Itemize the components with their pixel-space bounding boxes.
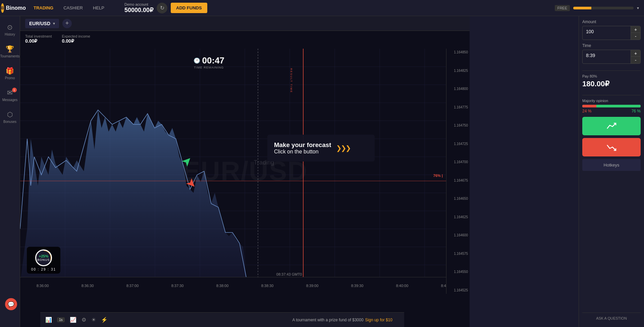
right-panel: Amount 100 + - Time 8:39 + - Pay 80% 180… [579, 16, 644, 327]
forecast-arrows-icon: ❯❯❯ [336, 144, 350, 152]
top-right: FREE ▾ [555, 5, 644, 11]
chart-toolbar: EUR/USD ▾ + [20, 16, 470, 31]
account-info: Demo account 50000.00₽ [124, 2, 153, 14]
nav-cashier[interactable]: CASHIER [63, 5, 83, 10]
y-label-10: 1.164600 [448, 233, 468, 237]
forecast-title: Make your forecast [274, 141, 331, 149]
nav-trading[interactable]: TRADING [34, 5, 53, 10]
y-label-3: 1.164775 [448, 105, 468, 109]
forecast-subtitle: Click on the button [274, 149, 331, 155]
x-label-5: 8:38:30 [261, 284, 274, 288]
majority-bar-red [596, 105, 641, 107]
x-axis: 8:36:00 8:36:30 8:37:00 8:37:30 8:38:00 … [20, 277, 470, 294]
add-pair-button[interactable]: + [62, 19, 72, 28]
panel-separator-2 [582, 95, 641, 95]
toolbar-tools-icon[interactable]: ⚡ [101, 317, 108, 323]
y-label-1: 1.164825 [448, 69, 468, 73]
promo-icon: 🎁 [6, 67, 14, 75]
bonus-label: BONUS [37, 258, 50, 262]
time-minus-button[interactable]: - [631, 57, 640, 63]
bonus-timer: 00 : 29 : 31 [31, 268, 56, 271]
x-label-4: 8:38:00 [216, 284, 229, 288]
up-chart-icon [606, 121, 616, 131]
chart-area: EUR/USD ▾ + Total investment 0.00₽ Expec… [20, 16, 470, 327]
banner-link[interactable]: Sign up for $10 [365, 318, 392, 322]
sidebar-item-messages[interactable]: ✉ Messages 1 [1, 85, 19, 105]
account-balance: 50000.00₽ [124, 6, 153, 14]
x-label-2: 8:37:00 [126, 284, 139, 288]
y-label-2: 1.164800 [448, 87, 468, 91]
toolbar-timeframe-badge[interactable]: 1s [57, 317, 65, 322]
majority-pcts: 24 % 76 % [582, 109, 641, 113]
amount-minus-button[interactable]: - [631, 33, 640, 40]
messages-badge: 1 [12, 88, 17, 92]
x-label-0: 8:36:00 [37, 284, 49, 288]
nav-links: TRADING CASHIER HELP [27, 5, 111, 10]
expected-income: Expected income 0.00₽ [62, 34, 90, 44]
tournaments-icon: 🏆 [6, 45, 14, 53]
y-label-8: 1.164650 [448, 197, 468, 200]
toolbar-line-icon[interactable]: 📈 [70, 317, 76, 323]
logo-text: Binomo [6, 5, 26, 11]
sidebar-item-label-promo: Promo [5, 76, 15, 80]
toolbar-indicators-icon[interactable]: ⚙ [82, 317, 86, 323]
bonus-value: +25% [37, 254, 50, 258]
chat-icon[interactable]: 💬 [5, 298, 17, 310]
bonus-circle: +25% BONUS [35, 249, 52, 266]
banner-text: A tournament with a prize fund of $3000 [292, 318, 363, 322]
chart-timestamp: 08:37:43 GMT0 [276, 272, 302, 276]
majority-label: Majority opinion [582, 99, 641, 103]
time-value-display: 8:39 [583, 50, 631, 63]
pay-label: Pay 80% [582, 74, 641, 78]
hotkeys-button[interactable]: Hotkeys [582, 159, 641, 171]
total-investment-value: 0.00₽ [25, 38, 52, 44]
chart-svg [20, 49, 470, 294]
add-funds-button[interactable]: ADD FUNDS [171, 3, 207, 13]
amount-value-display: 100 [583, 26, 631, 40]
sidebar: ⊙ History 🏆 Tournaments 🎁 Promo ✉ Messag… [0, 16, 20, 327]
y-label-7: 1.164675 [448, 179, 468, 182]
y-label-13: 1.164525 [448, 288, 468, 292]
refresh-button[interactable]: ↻ [157, 3, 167, 13]
sidebar-item-promo[interactable]: 🎁 Promo [1, 63, 19, 83]
ask-question-link[interactable]: ASK A QUESTION [582, 313, 641, 324]
x-label-8: 8:40:00 [396, 284, 409, 288]
top-nav: B Binomo TRADING CASHIER HELP Demo accou… [0, 0, 644, 16]
toolbar-chart-icon[interactable]: 📊 [45, 317, 52, 323]
y-label-0: 1.164850 [448, 50, 468, 54]
majority-bar-green [582, 105, 596, 107]
sidebar-item-label-history: History [5, 33, 15, 36]
y-label-11: 1.164575 [448, 252, 468, 255]
x-label-6: 8:39:00 [306, 284, 319, 288]
pair-selector[interactable]: EUR/USD ▾ [25, 19, 59, 28]
y-label-9: 1.164625 [448, 215, 468, 219]
profile-chevron-icon[interactable]: ▾ [637, 6, 639, 10]
sidebar-item-history[interactable]: ⊙ History [1, 19, 19, 40]
down-chart-icon [606, 142, 616, 152]
y-label-4: 1.164750 [448, 124, 468, 127]
pair-name: EUR/USD [29, 21, 50, 26]
y-label-12: 1.164550 [448, 270, 468, 274]
x-label-3: 8:37:30 [171, 284, 184, 288]
expected-income-value: 0.00₽ [62, 38, 90, 44]
amount-label: Amount [582, 19, 596, 24]
up-forecast-button[interactable] [582, 117, 641, 135]
amount-plus-button[interactable]: + [631, 26, 640, 33]
chart-stats: Total investment 0.00₽ Expected income 0… [20, 31, 470, 47]
sidebar-item-bonuses[interactable]: ⬡ Bonuses [1, 107, 19, 127]
history-icon: ⊙ [7, 23, 13, 31]
sidebar-item-tournaments[interactable]: 🏆 Tournaments [1, 41, 19, 61]
time-plus-button[interactable]: + [631, 50, 640, 57]
timer-label: TIME REMAINING [194, 66, 225, 69]
forecast-text: Make your forecast Click on the button [274, 141, 331, 155]
nav-help[interactable]: HELP [93, 5, 104, 10]
bottom-toolbar: 📊 1s 📈 ⚙ ☀ ⚡ A tournament with a prize f… [40, 312, 404, 327]
price-pct-label: 76% | [433, 174, 443, 178]
down-forecast-button[interactable] [582, 138, 641, 156]
expected-income-label: Expected income [62, 34, 90, 38]
majority-pct-red: 76 % [632, 109, 641, 113]
sidebar-item-label-messages: Messages [2, 98, 18, 102]
total-investment-label: Total investment [25, 34, 52, 38]
profile-bar-fill [573, 7, 591, 9]
toolbar-theme-icon[interactable]: ☀ [91, 317, 96, 323]
